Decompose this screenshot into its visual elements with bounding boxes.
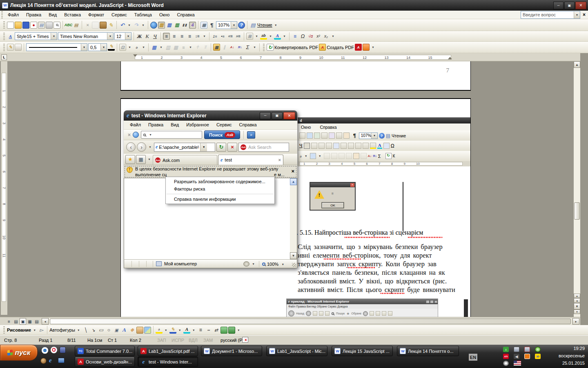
menu-help[interactable]: Справка	[173, 11, 198, 19]
tray-cd-icon[interactable]	[503, 361, 509, 366]
align-center-button[interactable]: ≡	[171, 33, 178, 40]
infobar-close-icon[interactable]: ×	[291, 168, 294, 174]
ie-menu-file[interactable]: Файл	[126, 121, 145, 129]
ie-scroll-down-button[interactable]: ▼	[290, 252, 297, 259]
clock-time[interactable]: 19:29	[554, 346, 585, 351]
drawing-menu-button[interactable]: Рисование	[7, 328, 31, 332]
line-spacing-button[interactable]: ↕≡	[194, 33, 201, 40]
tables-borders-toggle[interactable]: ▦	[158, 22, 165, 29]
merge-cells-icon[interactable]: ▥	[165, 44, 172, 51]
paste-icon[interactable]	[100, 22, 107, 29]
horizontal-ruler[interactable]: L 1 2 3 4 5 6 7 8 9 10 11 12 13 14 15	[0, 53, 580, 61]
picture-icon[interactable]	[144, 327, 151, 334]
textbox-icon[interactable]: ▣	[113, 327, 120, 334]
equation-icon[interactable]: √α	[307, 33, 314, 40]
copy-icon[interactable]	[92, 22, 99, 29]
ask-more-button[interactable]: »	[247, 131, 255, 139]
format-painter-icon[interactable]: ✎	[107, 22, 114, 29]
menu-window[interactable]: Окно	[156, 11, 174, 19]
favorites-center-button[interactable]: ★	[125, 155, 135, 164]
menuitem-infobar-help[interactable]: Справка панели информации	[166, 195, 274, 203]
align-right-button[interactable]: ≡	[178, 33, 185, 40]
vertical-ruler[interactable]: 1 2 3 4 5 6 7 8 9 10 11	[1, 61, 7, 315]
ask-toolbar-search-input[interactable]: ▾	[141, 131, 202, 139]
border-color-icon[interactable]: ✎	[108, 44, 115, 51]
scroll-thumb[interactable]	[574, 202, 580, 220]
document-map-icon[interactable]: ▦	[200, 22, 207, 29]
autosum-icon[interactable]: Σ	[244, 44, 251, 51]
refresh-button[interactable]: ↻	[216, 143, 226, 152]
resize-grip[interactable]	[292, 263, 296, 267]
toolbar1-options-icon[interactable]: ▾	[273, 22, 278, 28]
autoshapes-menu-button[interactable]: Автофигуры	[49, 328, 75, 332]
insert-table-icon2[interactable]: ▦	[151, 44, 158, 51]
new-document-icon[interactable]	[7, 22, 14, 29]
quick-launch-ie-icon[interactable]: e	[49, 357, 52, 364]
question-dropdown-icon[interactable]: ▾	[574, 11, 580, 18]
scroll-up-button[interactable]: ▲	[574, 61, 580, 68]
taskbar-button[interactable]: AОснови_web-дизайн...	[75, 357, 135, 367]
font-color-button[interactable]: A	[274, 33, 281, 40]
pdf-comments-icon[interactable]	[363, 44, 370, 51]
save-icon[interactable]	[22, 22, 29, 29]
subscript-icon[interactable]: x₂	[323, 33, 330, 40]
tab-selector[interactable]: L	[1, 54, 7, 60]
address-dropdown-icon[interactable]: ▾	[200, 143, 207, 151]
close-button[interactable]: ×	[575, 2, 586, 9]
menu-view[interactable]: Вид	[45, 11, 60, 19]
menu-file[interactable]: Файл	[4, 11, 22, 19]
quick-launch-chrome-icon[interactable]	[42, 347, 48, 354]
reading-mode-button[interactable]: Чтение	[257, 22, 272, 27]
taskbar-button[interactable]: WДокумент1 - Microso...	[201, 346, 262, 356]
dash-style-icon[interactable]: ┅	[205, 327, 212, 334]
browse-select-button[interactable]: ●	[574, 298, 580, 303]
justify-button[interactable]: ≡	[186, 33, 193, 40]
ie-maximize-button[interactable]: ▣	[272, 112, 283, 119]
quick-launch-desktop-icon[interactable]	[58, 358, 65, 363]
quick-launch-opera-icon[interactable]: O	[51, 347, 57, 353]
spelling-icon[interactable]: ABC	[65, 22, 72, 29]
numbered-list-icon[interactable]: 1≡	[212, 33, 218, 40]
tray-app-icon[interactable]	[524, 354, 530, 359]
undo-button[interactable]: ↶	[119, 22, 126, 29]
table-dd-icon[interactable]: ▾	[158, 44, 164, 51]
symbol-omega-icon[interactable]: Ω	[299, 33, 306, 40]
ie-menu-tools[interactable]: Сервис	[213, 121, 236, 129]
ask-question-input[interactable]: Введите вопрос▾	[521, 11, 580, 19]
word-titlebar[interactable]: W Лекція 14 Поняття об’єктної моделі. Ja…	[0, 0, 588, 11]
convert-pdf-button[interactable]: Конвертировать PDF	[274, 45, 318, 50]
align-dd-icon[interactable]: ▾	[188, 44, 193, 51]
taskbar-button-active[interactable]: etest - Windows Inter...	[138, 357, 198, 367]
line-style-icon[interactable]: ≡	[197, 327, 204, 334]
diagram-icon[interactable]: ❉	[129, 327, 136, 334]
quick-launch-media-icon[interactable]	[60, 347, 66, 353]
line-style-combobox[interactable]: ▾	[26, 43, 87, 51]
hscroll-thumb[interactable]	[50, 319, 571, 324]
rectangle-icon[interactable]: ▭	[98, 327, 105, 334]
taskbar-button[interactable]: TCTotal Commander 7.0...	[75, 346, 135, 356]
page-7[interactable]: 7	[120, 61, 471, 91]
ie-menu-favorites[interactable]: Избранное	[183, 121, 213, 129]
ie-window[interactable]: e test - Windows Internet Explorer ─ ▣ ×…	[124, 110, 297, 268]
clipart-icon[interactable]	[136, 327, 143, 334]
browse-prev-button[interactable]: ▴	[574, 294, 580, 298]
tray-network-icon[interactable]	[514, 347, 519, 352]
tray-antivirus-icon[interactable]	[535, 347, 541, 352]
indent-marker-left[interactable]	[133, 54, 137, 57]
line-weight-combobox[interactable]: 0,5▾	[88, 43, 107, 51]
font-color-button2[interactable]: A	[183, 327, 190, 334]
highlight-button[interactable]: ab	[260, 33, 267, 40]
line-spacing-dropdown-icon[interactable]: ▾	[202, 33, 207, 40]
back-button[interactable]: ‹	[126, 142, 136, 152]
language-indicator[interactable]: EN	[469, 354, 477, 361]
decrease-indent-icon[interactable]: «≡	[227, 33, 234, 40]
ie-menu-help[interactable]: Справка	[236, 121, 261, 129]
scroll-down-button[interactable]: ▼	[574, 303, 580, 310]
start-button[interactable]: пуск	[0, 345, 38, 361]
fill-color-button[interactable]: ◕	[156, 327, 163, 334]
wordart-icon[interactable]: A	[121, 327, 128, 334]
toolbar3-options-icon[interactable]: ▾	[252, 44, 257, 51]
tray-flag-icon[interactable]	[514, 361, 521, 366]
open-icon[interactable]	[15, 22, 22, 29]
doc-vscrollbar[interactable]: ▲ ▼ ▴ ● ▾	[574, 61, 580, 317]
